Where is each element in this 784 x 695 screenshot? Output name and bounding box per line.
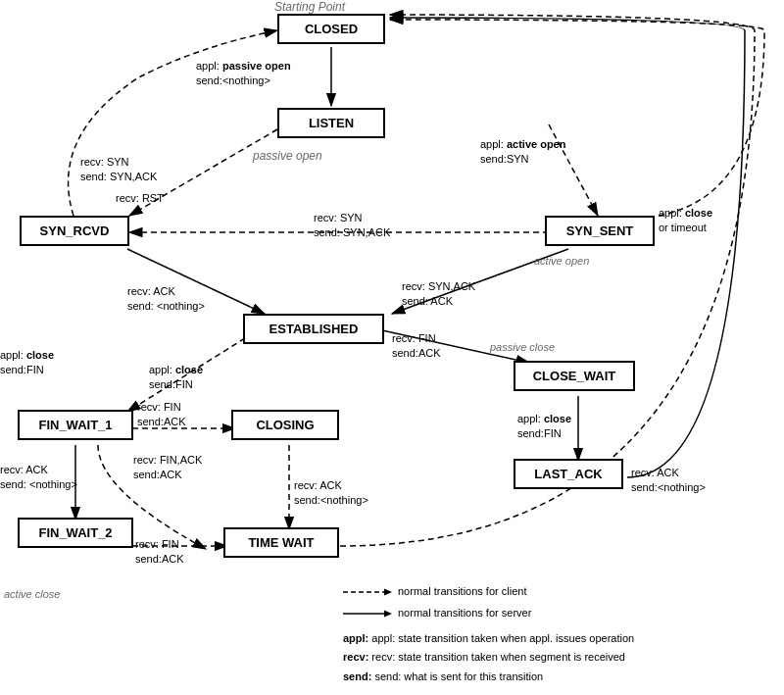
label-synrcvd-close: appl: closesend:FIN <box>0 348 54 378</box>
legend-client-text: normal transitions for client <box>398 582 526 602</box>
label-finwait1-finak-timewait: recv: FIN,ACKsend:ACK <box>133 453 202 483</box>
label-finwait2-to-timewait: recv: FINsend:ACK <box>135 537 184 568</box>
label-est-to-finwait1: appl: closesend:FIN <box>149 363 203 393</box>
label-syn-rcvd-rst: recv: RST <box>116 191 164 206</box>
state-closed: CLOSED <box>277 14 385 44</box>
passive-open-label: passive open <box>253 149 322 163</box>
state-syn-rcvd: SYN_RCVD <box>20 216 129 246</box>
state-closing: CLOSING <box>231 410 339 440</box>
label-closed-to-listen: appl: passive opensend:<nothing> <box>196 59 291 89</box>
state-syn-sent: SYN_SENT <box>545 216 655 246</box>
active-open-label: active open <box>534 255 589 267</box>
label-synsent-to-synrcvd: recv: SYNsend: SYN,ACK <box>314 211 390 241</box>
legend-server-text: normal transitions for server <box>398 604 531 623</box>
state-fin-wait-1: FIN_WAIT_1 <box>18 410 133 440</box>
label-est-to-closewait: recv: FINsend:ACK <box>392 331 441 362</box>
state-fin-wait-2: FIN_WAIT_2 <box>18 518 133 548</box>
label-active-open: appl: active opensend:SYN <box>480 137 565 168</box>
tcp-state-diagram: CLOSED LISTEN SYN_RCVD SYN_SENT ESTABLIS… <box>0 0 784 695</box>
label-closewait-to-lastack: appl: closesend:FIN <box>517 412 571 442</box>
label-synrcvd-to-est: recv: ACKsend: <nothing> <box>127 284 205 315</box>
legend: normal transitions for client normal tra… <box>343 582 774 687</box>
state-close-wait: CLOSE_WAIT <box>514 361 635 391</box>
label-closing-to-timewait: recv: ACKsend:<nothing> <box>294 478 368 509</box>
label-synsent-to-est: recv: SYN,ACKsend: ACK <box>402 279 475 310</box>
legend-recv: recv: recv: state transition taken when … <box>343 648 774 668</box>
active-close-label: active close <box>4 588 60 600</box>
label-finwait1-to-finwait2: recv: ACKsend: <nothing> <box>0 463 77 493</box>
state-time-wait: TIME WAIT <box>223 527 339 558</box>
state-listen: LISTEN <box>277 108 385 138</box>
svg-marker-18 <box>384 610 392 617</box>
state-established: ESTABLISHED <box>243 314 384 344</box>
starting-point-label: Starting Point <box>274 0 345 14</box>
label-lastack-to-closed: recv: ACKsend:<nothing> <box>631 466 706 496</box>
legend-send: send: send: what is sent for this transi… <box>343 668 774 687</box>
label-finwait1-to-closing: recv: FINsend:ACK <box>137 400 186 430</box>
legend-appl: appl: appl: state transition taken when … <box>343 629 774 649</box>
svg-marker-16 <box>384 588 392 595</box>
passive-close-label: passive close <box>490 341 555 353</box>
state-last-ack: LAST_ACK <box>514 459 623 489</box>
label-listen-to-syn-rcvd: recv: SYNsend: SYN,ACK <box>80 155 157 185</box>
label-syn-sent-close: appl: closeor timeout <box>659 206 712 236</box>
